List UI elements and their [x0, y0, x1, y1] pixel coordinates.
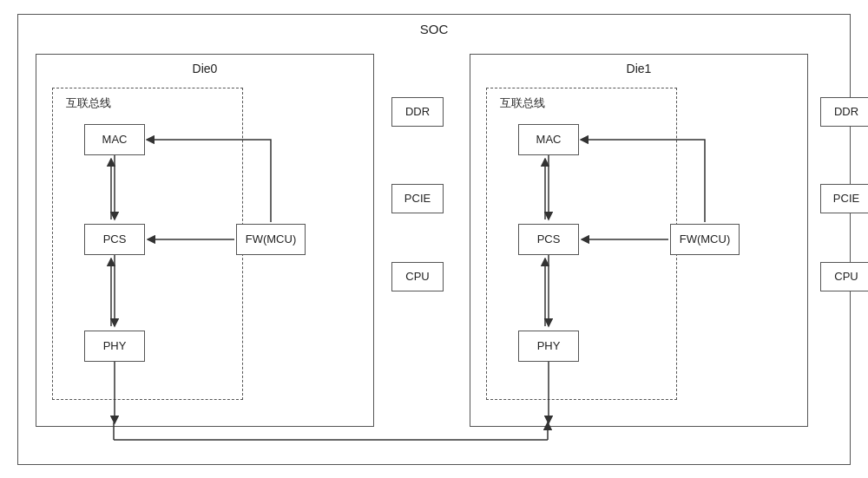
die0-fw-block: FW(MCU)	[236, 224, 306, 255]
die1-pcs-block: PCS	[518, 224, 579, 255]
die1-fw-block: FW(MCU)	[670, 224, 740, 255]
die0-fw-label: FW(MCU)	[246, 232, 296, 246]
ext-right-pcie-label: PCIE	[833, 192, 859, 205]
die0-container: Die0 互联总线 MAC PCS PHY FW(MCU)	[36, 54, 374, 427]
die1-fw-label: FW(MCU)	[680, 232, 730, 246]
die0-mac-block: MAC	[84, 124, 145, 155]
die0-label: Die0	[193, 62, 218, 75]
ext-left-pcie-label: PCIE	[404, 192, 431, 205]
die0-mac-label: MAC	[102, 133, 128, 146]
die0-interconnect-label: 互联总线	[66, 95, 111, 111]
die1-phy-label: PHY	[537, 339, 561, 352]
die1-interconnect: 互联总线	[486, 88, 677, 400]
ext-right-cpu-label: CPU	[834, 270, 858, 283]
die1-phy-block: PHY	[518, 331, 579, 362]
die1-label: Die1	[627, 62, 652, 75]
ext-right-cpu-block: CPU	[820, 262, 868, 291]
ext-left-pcie-block: PCIE	[391, 184, 444, 213]
die1-mac-block: MAC	[518, 124, 579, 155]
die1-container: Die1 互联总线 MAC PCS PHY FW(MCU)	[470, 54, 808, 427]
ext-left-cpu-label: CPU	[405, 270, 429, 283]
die0-interconnect: 互联总线	[52, 88, 243, 400]
die0-pcs-block: PCS	[84, 224, 145, 255]
soc-container: SOC Die0 互联总线 MAC PCS PHY FW(MCU)	[17, 14, 851, 465]
ext-right-ddr-label: DDR	[834, 105, 858, 118]
ext-left-ddr-label: DDR	[405, 105, 430, 118]
ext-right-ddr-block: DDR	[820, 97, 868, 127]
ext-right-pcie-block: PCIE	[820, 184, 868, 213]
die0-phy-block: PHY	[84, 331, 145, 362]
ext-left-cpu-block: CPU	[391, 262, 444, 291]
die0-phy-label: PHY	[103, 339, 127, 352]
die1-pcs-label: PCS	[537, 232, 561, 246]
ext-left-ddr-block: DDR	[391, 97, 444, 127]
soc-label: SOC	[420, 22, 449, 36]
die1-mac-label: MAC	[536, 133, 562, 146]
die0-pcs-label: PCS	[103, 232, 127, 246]
die1-interconnect-label: 互联总线	[500, 95, 545, 111]
